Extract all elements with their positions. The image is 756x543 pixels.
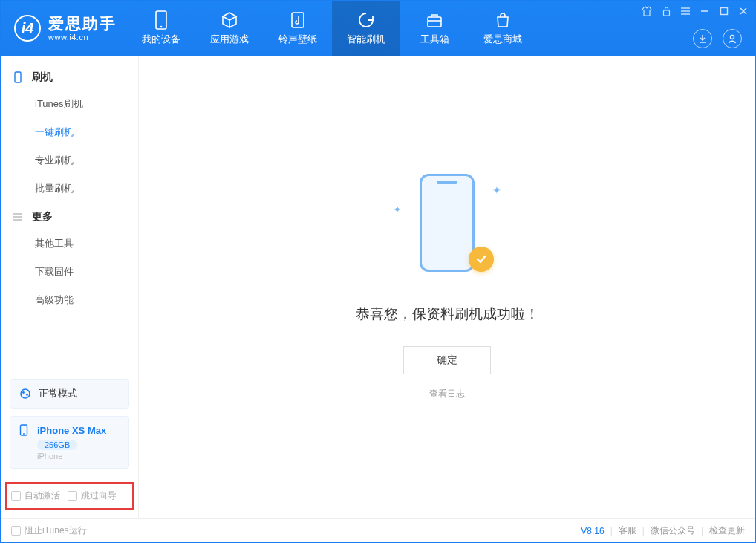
device-info-card[interactable]: iPhone XS Max 256GB iPhone <box>10 416 129 469</box>
user-icon[interactable] <box>723 29 742 48</box>
tab-my-device[interactable]: 我的设备 <box>127 1 195 56</box>
app-url: www.i4.cn <box>48 33 117 42</box>
device-mode-card[interactable]: 正常模式 <box>10 379 129 409</box>
shirt-icon[interactable] <box>641 5 653 17</box>
view-log-link[interactable]: 查看日志 <box>429 388 465 400</box>
menu-icon[interactable] <box>680 5 691 17</box>
body: 刷机 iTunes刷机 一键刷机 专业刷机 批量刷机 更多 其他工具 下载固件 … <box>1 56 755 518</box>
link-support[interactable]: 客服 <box>619 524 636 537</box>
tab-toolbox[interactable]: 工具箱 <box>400 1 469 56</box>
lock-icon[interactable] <box>660 5 672 17</box>
link-wechat[interactable]: 微信公众号 <box>651 524 695 537</box>
app-window: i4 爱思助手 www.i4.cn 我的设备 应用游戏 铃声壁纸 智能刷机 工具… <box>0 0 756 543</box>
close-icon[interactable] <box>737 5 749 17</box>
sparkle-icon: ✦ <box>393 204 402 215</box>
sidebar-group-flash[interactable]: 刷机 <box>1 63 138 90</box>
ok-button[interactable]: 确定 <box>403 346 491 374</box>
svg-rect-3 <box>428 17 441 27</box>
sidebar-item-download-firmware[interactable]: 下载固件 <box>1 258 138 286</box>
sidebar-group-more[interactable]: 更多 <box>1 203 138 230</box>
device-capacity: 256GB <box>37 440 77 450</box>
checkbox-skip-guide[interactable]: 跳过向导 <box>68 490 117 502</box>
svg-rect-5 <box>663 10 669 16</box>
success-illustration: ✦ ✦ <box>391 174 503 285</box>
device-mode-label: 正常模式 <box>39 387 77 400</box>
cube-icon <box>221 11 238 29</box>
svg-point-13 <box>731 36 734 39</box>
tab-apps-games[interactable]: 应用游戏 <box>195 1 264 56</box>
logo-icon: i4 <box>14 15 41 42</box>
tab-smart-flash[interactable]: 智能刷机 <box>332 1 400 56</box>
version-label: V8.16 <box>581 526 604 536</box>
success-message: 恭喜您，保资料刷机成功啦！ <box>356 305 539 324</box>
list-icon <box>13 212 25 221</box>
header-actions <box>693 29 742 48</box>
svg-point-20 <box>26 394 28 396</box>
flash-options-highlight: 自动激活 跳过向导 <box>5 482 134 510</box>
device-name: iPhone XS Max <box>37 425 106 436</box>
phone-outline-icon <box>13 71 25 83</box>
checkmark-badge-icon <box>469 247 494 272</box>
svg-point-19 <box>22 391 25 394</box>
main-content: ✦ ✦ 恭喜您，保资料刷机成功啦！ 确定 查看日志 <box>139 56 755 518</box>
download-icon[interactable] <box>693 29 712 48</box>
sidebar-item-pro-flash[interactable]: 专业刷机 <box>1 146 138 175</box>
link-update[interactable]: 检查更新 <box>709 524 745 537</box>
sparkle-icon: ✦ <box>492 184 501 196</box>
mode-icon <box>19 387 33 400</box>
window-controls <box>641 5 749 17</box>
checkbox-block-itunes[interactable]: 阻止iTunes运行 <box>11 524 87 537</box>
maximize-icon[interactable] <box>718 5 730 17</box>
sidebar-item-itunes-flash[interactable]: iTunes刷机 <box>1 90 138 118</box>
titlebar: i4 爱思助手 www.i4.cn 我的设备 应用游戏 铃声壁纸 智能刷机 工具… <box>1 1 755 56</box>
sidebar-item-other-tools[interactable]: 其他工具 <box>1 230 138 258</box>
sidebar-item-batch-flash[interactable]: 批量刷机 <box>1 175 138 203</box>
phone-illustration-icon <box>420 174 475 272</box>
svg-rect-10 <box>721 8 728 15</box>
checkbox-auto-activate[interactable]: 自动激活 <box>11 490 60 502</box>
sidebar-item-advanced[interactable]: 高级功能 <box>1 286 138 314</box>
device-icon <box>152 11 170 29</box>
phone-icon <box>19 424 31 436</box>
sidebar: 刷机 iTunes刷机 一键刷机 专业刷机 批量刷机 更多 其他工具 下载固件 … <box>1 56 139 518</box>
svg-point-1 <box>160 25 163 27</box>
sidebar-item-onekey-flash[interactable]: 一键刷机 <box>1 118 138 146</box>
tab-ringtones-wallpapers[interactable]: 铃声壁纸 <box>264 1 332 56</box>
statusbar: 阻止iTunes运行 V8.16 | 客服 | 微信公众号 | 检查更新 <box>1 518 755 542</box>
svg-point-18 <box>21 389 30 398</box>
minimize-icon[interactable] <box>699 5 711 17</box>
bag-icon <box>494 11 512 29</box>
logo: i4 爱思助手 www.i4.cn <box>1 1 127 56</box>
refresh-shield-icon <box>357 11 375 29</box>
tab-store[interactable]: 爱思商城 <box>469 1 537 56</box>
toolbox-icon <box>426 11 443 29</box>
music-file-icon <box>289 11 307 29</box>
main-tabs: 我的设备 应用游戏 铃声壁纸 智能刷机 工具箱 爱思商城 <box>127 1 537 56</box>
device-type: iPhone <box>37 452 120 461</box>
svg-rect-14 <box>15 72 21 82</box>
svg-rect-2 <box>292 13 304 27</box>
svg-point-22 <box>23 433 25 435</box>
app-name: 爱思助手 <box>48 15 117 32</box>
